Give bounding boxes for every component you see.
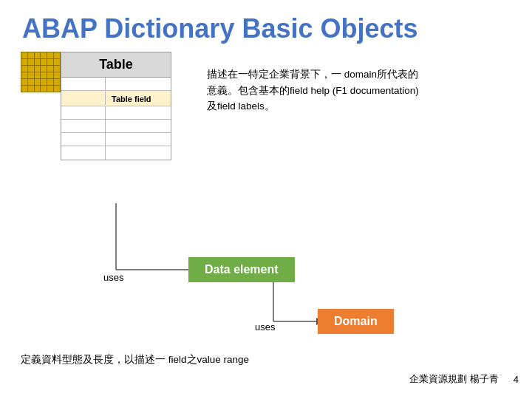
domain-box: Domain [318, 309, 394, 334]
company-label: 企業資源規劃 楊子青 [409, 372, 499, 386]
description-box: 描述在一特定企業背景下，一 domain所代表的意義。包含基本的field he… [207, 66, 429, 115]
uses-label-left: uses [103, 272, 123, 283]
grid-icon [21, 52, 61, 92]
page-number: 4 [514, 374, 519, 385]
table-field-label: Table field [109, 95, 151, 103]
page-title: ABAP Dictionary Basic Objects [0, 0, 532, 52]
description-text: 描述在一特定企業背景下，一 domain所代表的意義。包含基本的field he… [207, 69, 419, 112]
data-element-box: Data element [188, 257, 295, 282]
bottom-description: 定義資料型態及長度，以描述一 field之value range [21, 353, 249, 366]
uses-label-right: uses [255, 321, 275, 332]
table-box: Table Table field [61, 52, 171, 160]
table-label: Table [61, 52, 171, 78]
footer: 企業資源規劃 楊子青 4 [409, 372, 519, 386]
main-content: Table Table field [0, 52, 532, 392]
